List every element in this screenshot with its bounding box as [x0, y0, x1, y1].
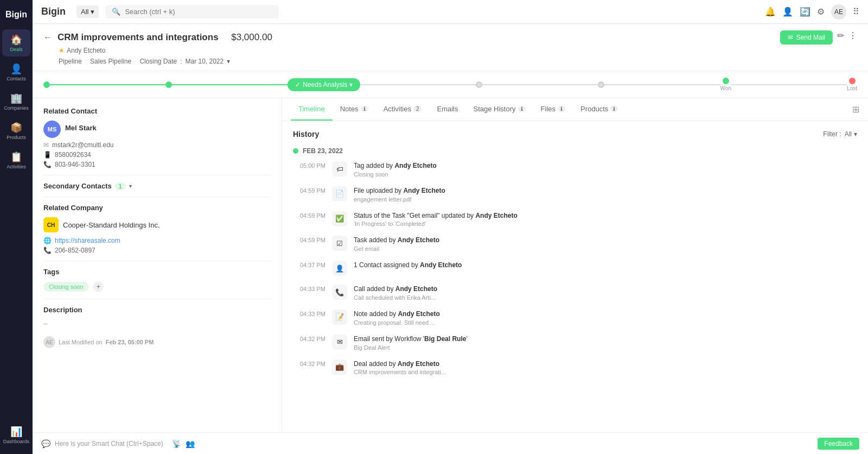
divider-3 [43, 261, 271, 261]
stage-dot-lost[interactable] [849, 78, 856, 84]
deals-icon: 🏠 [10, 34, 22, 46]
channel-icon[interactable]: 📡 [172, 439, 181, 448]
left-panel: Related Contact MS Mel Stark ✉ mstark2r@… [33, 98, 282, 432]
timeline-item-time: 04:32 PM [293, 335, 326, 342]
closing-date-label: Closing Date [139, 58, 177, 65]
timeline-item: 04:59 PM ☑ Task added by Andy Etcheto Ge… [293, 236, 857, 252]
notification-icon[interactable]: 🔔 [765, 7, 776, 17]
active-stage-button[interactable]: ✓ Needs Analysis ▾ [288, 78, 360, 91]
company-website-row: 🌐 https://shareasale.com [43, 237, 271, 244]
tab-files[interactable]: Files ℹ [533, 98, 573, 121]
email-icon: ✉ [43, 141, 49, 149]
sidebar-item-activities[interactable]: 📋 Activities [2, 147, 30, 174]
company-phone-row: 📞 206-852-0897 [43, 247, 271, 254]
stage-dot-1[interactable] [43, 81, 50, 88]
secondary-contacts-chevron[interactable]: ▾ [129, 183, 132, 189]
tab-activities[interactable]: Activities 2 [376, 98, 430, 121]
stage-line-1 [50, 84, 165, 85]
closing-dropdown-icon[interactable]: ▾ [227, 58, 230, 65]
contact-name: Mel Stark [65, 124, 97, 132]
timeline-item-main: Deal added by Andy Etcheto [354, 360, 857, 369]
settings-icon[interactable]: ⚙ [817, 7, 825, 17]
stage-dot-won[interactable] [723, 78, 729, 84]
send-mail-button[interactable]: ✉ Send Mail [780, 30, 833, 45]
all-dropdown[interactable]: All ▾ [76, 5, 99, 18]
company-phone: 206-852-0897 [55, 247, 95, 254]
deal-header: ← CRM improvements and integrations · $3… [33, 24, 868, 71]
sidebar-item-companies[interactable]: 🏢 Companies [2, 88, 30, 115]
filter-bar: Filter : All ▾ [823, 130, 857, 138]
tab-stage-history-label: Stage History [474, 105, 516, 113]
sidebar-item-contacts[interactable]: 👤 Contacts [2, 59, 30, 86]
timeline-item-main: Tag added by Andy Etcheto [354, 161, 857, 171]
sidebar-item-dashboards[interactable]: 📊 Dashboards [2, 421, 30, 449]
stage-line-5 [604, 84, 720, 85]
refresh-icon[interactable]: 🔄 [800, 7, 810, 17]
timeline-item-icon: ✅ [332, 211, 347, 226]
tab-notes[interactable]: Notes ℹ [333, 98, 376, 121]
company-card: CH Cooper-Standard Holdings Inc. [43, 217, 271, 232]
secondary-contacts-header: Secondary Contacts 1 ▾ [43, 182, 271, 190]
user-circle-icon[interactable]: 👤 [782, 7, 793, 17]
timeline-item-main: 1 Contact assigned by Andy Etcheto [354, 261, 857, 270]
timeline-item: 04:33 PM 📞 Call added by Andy Etcheto Ca… [293, 285, 857, 301]
timeline-item-main: Status of the Task "Get email" updated b… [354, 211, 857, 220]
tab-activities-badge: 2 [413, 106, 422, 112]
date-dot [293, 148, 298, 154]
timeline-item-content: Task added by Andy Etcheto Get email [354, 236, 857, 252]
back-button[interactable]: ← [43, 33, 52, 42]
deal-owner-name: Andy Etcheto [67, 47, 105, 54]
description-section: Description -- [43, 306, 271, 327]
tab-files-label: Files [541, 105, 556, 113]
timeline-item-time: 04:59 PM [293, 186, 326, 194]
timeline-item-sub: engagement letter.pdf [354, 196, 857, 203]
stage-line-won-lost [731, 84, 847, 85]
contacts-bottom-icon[interactable]: 👥 [186, 439, 195, 448]
tab-timeline[interactable]: Timeline [291, 98, 333, 121]
sidebar-item-products[interactable]: 📦 Products [2, 117, 30, 144]
secondary-contacts-title: Secondary Contacts [43, 182, 112, 190]
active-stage-label: Needs Analysis [303, 81, 347, 89]
grid-view-icon[interactable]: ⊞ [852, 104, 859, 115]
timeline-item-content: Deal added by Andy Etcheto CRM improveme… [354, 360, 857, 376]
timeline-item-time: 05:00 PM [293, 161, 326, 169]
right-panel: Timeline Notes ℹ Activities 2 Emails Sta [282, 98, 868, 432]
timeline-item-time: 04:59 PM [293, 236, 326, 243]
contact-email-row: ✉ mstark2r@cmultl.edu [43, 141, 271, 149]
timeline-item: 04:37 PM 👤 1 Contact assigned by Andy Et… [293, 261, 857, 276]
tab-stage-history[interactable]: Stage History ℹ [466, 98, 533, 121]
edit-icon[interactable]: ✏ [837, 30, 844, 45]
tab-notes-label: Notes [340, 105, 359, 113]
company-website[interactable]: https://shareasale.com [55, 237, 120, 244]
more-options-icon[interactable]: ⋮ [848, 30, 857, 45]
search-bar[interactable]: 🔍 [105, 5, 279, 18]
timeline-date: FEB 23, 2022 [303, 147, 343, 155]
contact-phone1: 8580092634 [55, 151, 91, 159]
tab-emails[interactable]: Emails [429, 98, 465, 121]
stage-line-2 [172, 84, 288, 85]
timeline-item-sub: Big Deal Alert [354, 344, 857, 351]
timeline-item-icon: 💼 [332, 360, 347, 375]
description-value: -- [43, 320, 48, 327]
body-split: Related Contact MS Mel Stark ✉ mstark2r@… [33, 98, 868, 432]
timeline-item-content: Email sent by Workflow 'Big Deal Rule' B… [354, 335, 857, 351]
apps-icon[interactable]: ⠿ [853, 7, 859, 17]
tab-products-badge: ℹ [610, 106, 618, 112]
main-area: Bigin All ▾ 🔍 🔔 👤 🔄 ⚙ AE ⠿ ← CRM improve… [33, 0, 868, 454]
search-input[interactable] [125, 8, 272, 16]
timeline-item: 05:00 PM 🏷 Tag added by Andy Etcheto Clo… [293, 161, 857, 178]
timeline-item-icon: 🏷 [332, 161, 347, 176]
avatar[interactable]: AE [831, 4, 846, 20]
stage-dot-5[interactable] [598, 81, 604, 88]
filter-dropdown[interactable]: All ▾ [845, 130, 857, 138]
deal-meta: Pipeline : Sales Pipeline · Closing Date… [59, 58, 857, 65]
stage-dot-2[interactable] [165, 81, 172, 88]
tab-products[interactable]: Products ℹ [573, 98, 626, 121]
stage-dot-4[interactable] [476, 81, 482, 88]
bottom-bar: 💬 Here is your Smart Chat (Ctrl+Space) 📡… [33, 432, 868, 454]
sidebar-item-deals[interactable]: 🏠 Deals [2, 29, 30, 56]
add-tag-button[interactable]: + [93, 281, 104, 292]
feedback-button[interactable]: Feedback [818, 438, 859, 450]
tab-timeline-label: Timeline [298, 105, 325, 113]
tags-title: Tags [43, 268, 271, 276]
